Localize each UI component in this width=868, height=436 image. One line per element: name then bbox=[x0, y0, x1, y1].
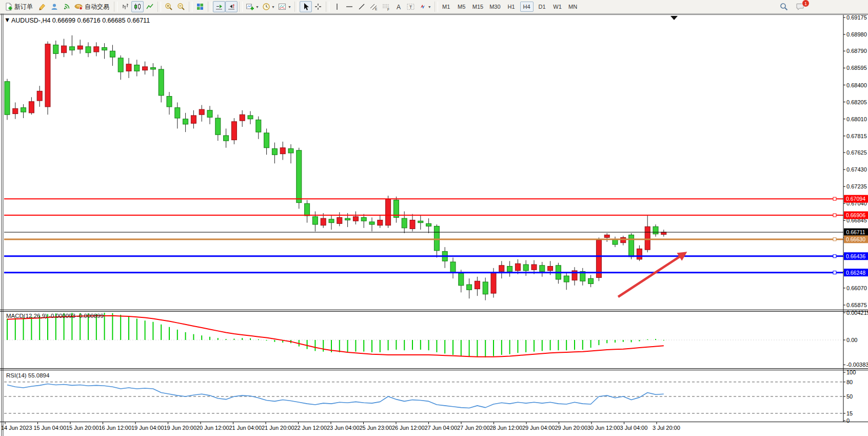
crosshair-tool-button[interactable] bbox=[312, 1, 324, 12]
timeframe-button-m5[interactable]: M5 bbox=[455, 2, 468, 12]
timeframe-button-m1[interactable]: M1 bbox=[440, 2, 453, 12]
periods-button[interactable]: ▼ bbox=[261, 1, 277, 12]
candle bbox=[491, 272, 496, 293]
price-badge-label: 0.67094 bbox=[846, 196, 865, 202]
dropdown-caret-icon: ▼ bbox=[428, 5, 431, 9]
hline-handle[interactable] bbox=[833, 255, 836, 258]
time-tick-label: 19 Jun 20:00 bbox=[164, 425, 197, 431]
candle bbox=[110, 51, 115, 57]
candle bbox=[475, 281, 480, 289]
candle bbox=[305, 203, 310, 216]
macd-signal-line bbox=[7, 316, 664, 357]
arrows-tool-button[interactable]: ▼ bbox=[417, 1, 433, 12]
templates-button[interactable]: ▼ bbox=[277, 1, 293, 12]
timeframe-button-h4[interactable]: H4 bbox=[520, 2, 534, 12]
dropdown-caret-icon: ▼ bbox=[271, 5, 275, 9]
candle bbox=[69, 47, 74, 50]
candle bbox=[507, 266, 512, 271]
candle bbox=[386, 199, 391, 225]
hline-handle[interactable] bbox=[833, 271, 836, 274]
line-chart-button[interactable] bbox=[144, 1, 156, 12]
rsi-indicator-label: RSI(14) 55.0894 bbox=[6, 372, 50, 378]
candlestick-chart-button[interactable] bbox=[131, 1, 144, 12]
hline-handle[interactable] bbox=[833, 238, 836, 241]
timeframe-button-w1[interactable]: W1 bbox=[551, 2, 564, 12]
chart-shift-button[interactable] bbox=[225, 1, 238, 12]
rsi-tick-label: 100 bbox=[846, 369, 856, 375]
timeframe-button-mn[interactable]: MN bbox=[566, 2, 580, 12]
signals-button[interactable] bbox=[61, 1, 73, 12]
trendline-tool-button[interactable] bbox=[356, 1, 368, 12]
macd-tick-label: 0.004215 bbox=[846, 310, 868, 316]
chart-window[interactable]: 0.691750.689800.687900.685950.684000.682… bbox=[0, 14, 868, 436]
timeframe-button-d1[interactable]: D1 bbox=[536, 2, 549, 12]
candle bbox=[361, 217, 366, 221]
timeframe-button-h1[interactable]: H1 bbox=[505, 2, 518, 12]
candle bbox=[450, 262, 456, 272]
candle bbox=[531, 264, 537, 270]
price-badge-label: 0.66906 bbox=[846, 212, 865, 218]
time-tick-label: 16 Jun 12:00 bbox=[99, 425, 132, 431]
crosshair-icon bbox=[314, 3, 322, 11]
chart-shift-marker[interactable] bbox=[670, 16, 678, 20]
toolbar-grip bbox=[189, 2, 192, 12]
clock-icon bbox=[262, 3, 270, 11]
candle bbox=[410, 220, 415, 229]
auto-scroll-button[interactable] bbox=[213, 1, 225, 12]
timeframe-button-m15[interactable]: M15 bbox=[470, 2, 485, 12]
auto-trading-button[interactable]: 自动交易 bbox=[73, 1, 112, 12]
cursor-tool-button[interactable] bbox=[300, 1, 312, 12]
candle bbox=[29, 102, 34, 113]
candle bbox=[175, 108, 180, 118]
candle bbox=[402, 218, 407, 228]
macd-indicator-label: MACD(12,26,9) -0.000093 -0.000899 bbox=[6, 313, 104, 319]
price-tick-label: 0.65875 bbox=[846, 302, 867, 308]
candle bbox=[143, 67, 148, 70]
notifications-button[interactable]: 1 bbox=[794, 1, 806, 12]
rsi-tick-label: 0 bbox=[846, 418, 850, 424]
horizontal-line-icon bbox=[345, 3, 353, 11]
bar-chart-icon bbox=[121, 3, 129, 11]
styler-button[interactable] bbox=[36, 1, 48, 12]
indicators-icon bbox=[246, 3, 254, 11]
line-chart-icon bbox=[146, 3, 154, 11]
signal-icon bbox=[63, 3, 71, 11]
new-order-button[interactable]: 新订单 bbox=[3, 1, 36, 12]
candle bbox=[150, 68, 155, 69]
text-tool-button[interactable]: A bbox=[392, 1, 405, 12]
candle bbox=[297, 150, 302, 203]
candle bbox=[337, 217, 342, 223]
hline-handle[interactable] bbox=[833, 214, 836, 217]
new-order-label: 新订单 bbox=[14, 3, 33, 11]
price-tick-label: 0.67815 bbox=[846, 133, 867, 139]
indicators-button[interactable]: ▼ bbox=[244, 1, 261, 12]
tile-windows-button[interactable] bbox=[194, 1, 206, 12]
community-button[interactable] bbox=[48, 1, 61, 12]
zoom-in-button[interactable] bbox=[163, 1, 175, 12]
hline-handle[interactable] bbox=[833, 197, 836, 200]
candle bbox=[548, 266, 553, 270]
candle bbox=[645, 226, 650, 250]
candle bbox=[661, 232, 666, 234]
svg-text:F: F bbox=[387, 8, 389, 11]
svg-text:A: A bbox=[397, 4, 401, 11]
horizontal-line-tool-button[interactable] bbox=[343, 1, 356, 12]
candle bbox=[102, 48, 107, 50]
search-button[interactable] bbox=[778, 1, 790, 12]
timeframe-button-m30[interactable]: M30 bbox=[487, 2, 502, 12]
time-tick-label: 25 Jun 23:00 bbox=[360, 425, 392, 431]
bar-chart-button[interactable] bbox=[119, 1, 131, 12]
channel-tool-button[interactable]: E bbox=[368, 1, 380, 12]
chart-canvas[interactable]: 0.691750.689800.687900.685950.684000.682… bbox=[0, 14, 868, 436]
candle bbox=[21, 108, 26, 112]
up-arrow-annotation[interactable] bbox=[618, 256, 680, 297]
candle bbox=[167, 97, 172, 107]
fibonacci-tool-button[interactable]: F bbox=[380, 1, 392, 12]
cloud-user-icon bbox=[50, 3, 58, 11]
zoom-out-button[interactable] bbox=[175, 1, 187, 12]
candle bbox=[483, 282, 488, 294]
price-tick-label: 0.68790 bbox=[846, 48, 867, 54]
collapse-triangle-icon[interactable]: ▼ bbox=[4, 16, 10, 24]
vertical-line-tool-button[interactable] bbox=[331, 1, 343, 12]
label-tool-button[interactable]: T bbox=[405, 1, 417, 12]
